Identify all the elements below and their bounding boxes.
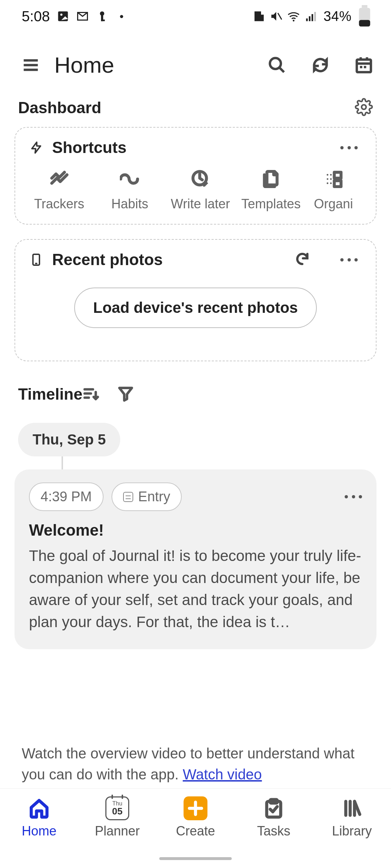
search-icon[interactable] (264, 52, 290, 78)
nav-create[interactable]: Create (156, 797, 235, 839)
svg-point-37 (330, 182, 332, 184)
entry-title: Welcome! (29, 521, 362, 539)
library-icon (341, 797, 362, 820)
svg-rect-25 (360, 66, 362, 68)
svg-point-8 (293, 20, 295, 22)
more-icon[interactable] (340, 146, 358, 149)
svg-rect-12 (314, 12, 316, 21)
shortcut-trackers[interactable]: Trackers (24, 165, 94, 212)
svg-rect-21 (357, 59, 371, 72)
timeline-connector (62, 456, 63, 469)
svg-rect-6 (261, 15, 264, 21)
app-bar: Home (0, 43, 391, 85)
svg-point-33 (327, 178, 328, 180)
svg-rect-15 (362, 5, 367, 8)
gesture-handle (159, 857, 232, 860)
dashboard-header: Dashboard (0, 85, 391, 127)
svg-line-7 (278, 13, 282, 20)
svg-point-27 (362, 105, 366, 110)
svg-point-36 (330, 178, 332, 180)
shortcuts-card: Shortcuts Trackers Habits Write later Te… (14, 127, 377, 225)
timeline-date-chip[interactable]: Thu, Sep 5 (18, 423, 120, 456)
filter-icon[interactable] (117, 385, 134, 403)
create-icon (184, 797, 207, 820)
entry-type-icon (123, 492, 133, 502)
trackers-icon (49, 168, 70, 190)
svg-point-19 (270, 58, 281, 69)
svg-point-1 (60, 14, 62, 16)
status-bar: 5:08 • 34% (0, 0, 391, 33)
svg-point-34 (327, 182, 328, 184)
key-icon (96, 10, 109, 23)
organize-icon (323, 168, 344, 190)
load-photos-button[interactable]: Load device's recent photos (74, 288, 316, 328)
wifi-icon (287, 10, 300, 23)
svg-point-2 (100, 12, 104, 16)
status-time: 5:08 (22, 8, 50, 25)
templates-icon (261, 168, 281, 190)
nav-label: Home (22, 824, 56, 839)
overview-text: Watch the overview video to better under… (0, 743, 391, 785)
svg-rect-5 (255, 12, 261, 21)
entry-more-icon[interactable] (345, 495, 362, 498)
timeline-title: Timeline (18, 385, 83, 403)
recent-photos-title: Recent photos (52, 251, 163, 269)
nav-home[interactable]: Home (0, 797, 78, 839)
svg-rect-30 (334, 172, 341, 178)
watch-video-link[interactable]: Watch video (183, 766, 262, 782)
shortcut-label: Trackers (34, 196, 84, 212)
nav-tasks[interactable]: Tasks (235, 797, 313, 839)
more-icon[interactable] (340, 258, 358, 261)
lightning-icon (30, 141, 43, 154)
building-icon (252, 10, 265, 23)
svg-rect-14 (359, 20, 370, 26)
settings-icon[interactable] (355, 98, 373, 118)
battery-percent: 34% (323, 9, 352, 24)
nav-label: Tasks (257, 824, 290, 839)
hamburger-menu-icon[interactable] (18, 52, 43, 78)
timeline-header: Timeline (0, 376, 391, 411)
bottom-nav: Home Thu05 Planner Create Tasks Library (0, 788, 391, 868)
svg-point-32 (327, 174, 328, 176)
shortcut-habits[interactable]: Habits (94, 165, 165, 212)
shortcut-label: Templates (241, 196, 300, 212)
svg-marker-28 (32, 142, 41, 153)
svg-marker-43 (119, 388, 132, 401)
svg-rect-31 (334, 181, 341, 187)
svg-line-20 (279, 67, 284, 72)
shortcut-templates[interactable]: Templates (236, 165, 306, 212)
entry-card[interactable]: 4:39 PM Entry Welcome! The goal of Journ… (14, 469, 377, 649)
nav-label: Library (332, 824, 372, 839)
mute-icon (270, 10, 283, 23)
shortcut-label: Write later (171, 196, 230, 212)
refresh-icon[interactable] (295, 251, 310, 268)
svg-rect-10 (309, 16, 311, 21)
nav-planner[interactable]: Thu05 Planner (78, 797, 156, 839)
nav-library[interactable]: Library (313, 797, 391, 839)
shortcut-label: Habits (111, 196, 148, 212)
entry-body: The goal of Journal it! is to become you… (29, 545, 362, 633)
nav-label: Create (176, 824, 215, 839)
shortcut-organize[interactable]: Organi (306, 165, 361, 212)
svg-point-35 (330, 174, 332, 176)
calendar-icon[interactable] (351, 52, 377, 78)
shortcuts-title: Shortcuts (52, 139, 126, 157)
gmail-icon (76, 10, 89, 23)
habits-icon (120, 168, 140, 190)
page-title: Home (54, 52, 114, 78)
dot-icon: • (115, 10, 128, 23)
image-icon (56, 10, 70, 23)
sync-icon[interactable] (308, 52, 333, 78)
svg-rect-4 (101, 20, 105, 21)
tasks-icon (263, 797, 284, 820)
recent-photos-card: Recent photos Load device's recent photo… (14, 239, 377, 361)
shortcut-write-later[interactable]: Write later (165, 165, 236, 212)
sort-icon[interactable] (83, 385, 99, 403)
shortcuts-row: Trackers Habits Write later Templates Or… (15, 165, 376, 212)
phone-icon (30, 253, 43, 266)
dashboard-title: Dashboard (18, 99, 101, 117)
planner-icon: Thu05 (105, 797, 129, 820)
entry-type-tag: Entry (112, 482, 182, 511)
entry-time-tag: 4:39 PM (29, 482, 104, 511)
home-icon (29, 797, 50, 820)
